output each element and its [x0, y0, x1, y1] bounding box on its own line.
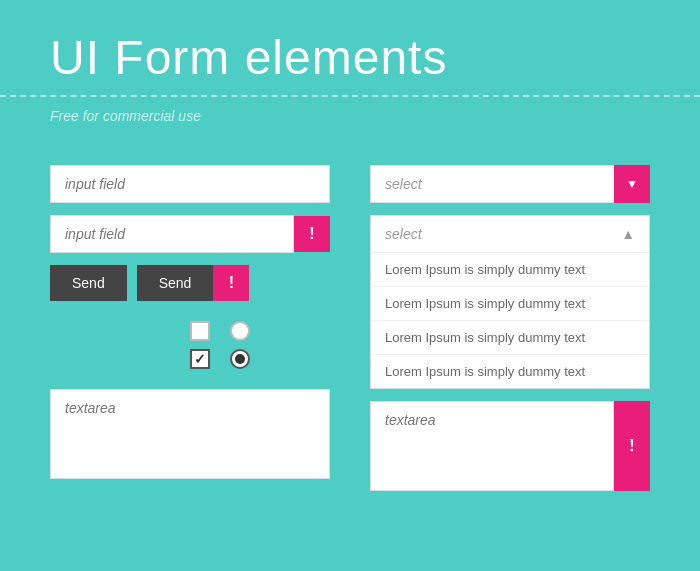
subtitle-section: Free for commercial use [0, 97, 700, 145]
textarea-2[interactable] [370, 401, 614, 491]
select-dropdown[interactable]: select [370, 165, 650, 203]
select-option-4[interactable]: Lorem Ipsum is simply dummy text [371, 355, 649, 388]
input-field-1-group [50, 165, 330, 203]
radio-unchecked[interactable] [230, 321, 250, 341]
input-error-badge: ! [294, 216, 330, 252]
subtitle-text: Free for commercial use [50, 108, 201, 124]
checked-row [190, 349, 250, 369]
select-option-1[interactable]: Lorem Ipsum is simply dummy text [371, 253, 649, 287]
select-up-arrow-icon: ▲ [621, 226, 635, 242]
page-header: UI Form elements [0, 0, 700, 97]
page-title: UI Form elements [50, 30, 650, 85]
unchecked-row [190, 321, 250, 341]
main-content: ! Send Send ! select [0, 145, 700, 511]
right-column: select select ▲ Lorem Ipsum is simply du… [370, 165, 650, 491]
textarea-2-group: ! [370, 401, 650, 491]
textarea-1[interactable] [50, 389, 330, 479]
textarea-error-badge: ! [614, 401, 650, 491]
textarea-1-group [50, 389, 330, 479]
select-option-2[interactable]: Lorem Ipsum is simply dummy text [371, 287, 649, 321]
select-open-label: select [385, 226, 422, 242]
button-row: Send Send ! [50, 265, 330, 301]
select-open-header[interactable]: select ▲ [371, 216, 649, 253]
input-field-1[interactable] [50, 165, 330, 203]
select-option-3[interactable]: Lorem Ipsum is simply dummy text [371, 321, 649, 355]
send-button-1[interactable]: Send [50, 265, 127, 301]
checkbox-radio-section [110, 321, 330, 369]
select-closed-wrap: select [370, 165, 650, 203]
checkbox-unchecked[interactable] [190, 321, 210, 341]
select-open-wrap: select ▲ Lorem Ipsum is simply dummy tex… [370, 215, 650, 389]
input-field-2-group: ! [50, 215, 330, 253]
send-button-error-badge[interactable]: ! [213, 265, 249, 301]
send-button-2-wrap: Send ! [137, 265, 250, 301]
input-field-2[interactable] [50, 215, 294, 253]
send-button-2[interactable]: Send [137, 265, 214, 301]
checkbox-checked[interactable] [190, 349, 210, 369]
radio-checked[interactable] [230, 349, 250, 369]
left-column: ! Send Send ! [50, 165, 330, 491]
